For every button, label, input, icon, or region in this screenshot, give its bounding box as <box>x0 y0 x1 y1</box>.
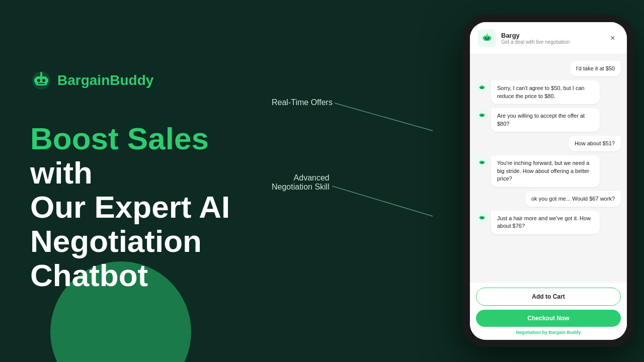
svg-rect-13 <box>483 37 485 40</box>
bot-avatar-7 <box>476 212 488 224</box>
svg-rect-41 <box>484 217 485 218</box>
bargainbuddy-logo-icon <box>30 69 52 92</box>
chat-messages[interactable]: I'd take it at $50 <box>470 55 627 283</box>
negotiation-footer: Negotiation by Bargain Buddy <box>476 330 621 335</box>
svg-rect-8 <box>40 73 42 77</box>
svg-point-16 <box>488 38 489 39</box>
svg-rect-26 <box>481 85 482 86</box>
close-button[interactable]: × <box>607 32 619 44</box>
checkout-now-button[interactable]: Checkout Now <box>476 310 621 327</box>
svg-rect-20 <box>480 86 485 89</box>
svg-point-9 <box>40 72 42 74</box>
svg-rect-34 <box>479 162 480 163</box>
svg-point-5 <box>37 79 40 82</box>
svg-point-15 <box>485 38 487 39</box>
svg-rect-21 <box>479 87 480 88</box>
message-bubble-7: Just a hair more and we've got it. How a… <box>491 211 600 234</box>
bot-subtitle: Get a deal with live negotiation <box>501 39 570 45</box>
svg-line-11 <box>332 186 433 216</box>
message-5: You're inching forward, but we need a bi… <box>476 155 621 187</box>
headline-line5: Chatbot <box>30 258 231 293</box>
svg-point-31 <box>482 115 484 116</box>
svg-rect-17 <box>486 40 489 40</box>
svg-point-42 <box>480 217 481 218</box>
svg-point-24 <box>482 87 484 88</box>
chat-footer: Add to Cart Checkout Now Negotiation by … <box>470 283 627 340</box>
svg-rect-28 <box>479 115 480 116</box>
svg-rect-38 <box>481 163 483 164</box>
message-bubble-3: Are you willing to accept the offer at $… <box>491 108 600 132</box>
svg-rect-29 <box>484 115 485 116</box>
svg-point-30 <box>480 115 481 116</box>
message-bubble-6: ok you got me... Would $67 work? <box>525 191 621 207</box>
message-bubble-5: You're inching forward, but we need a bi… <box>491 155 600 187</box>
phone-mockup: Bargy Get a deal with live negotiation ×… <box>463 15 634 347</box>
logo-text: BargainBuddy <box>57 72 153 88</box>
bot-avatar-3 <box>476 109 488 121</box>
svg-rect-44 <box>481 218 483 219</box>
headline-line1: Boost Sales <box>30 122 231 156</box>
logo-area: BargainBuddy <box>30 69 231 92</box>
svg-rect-32 <box>481 116 483 117</box>
annotation-real-time: Real-Time Offers <box>272 98 333 107</box>
svg-point-43 <box>482 217 484 218</box>
add-to-cart-button[interactable]: Add to Cart <box>476 288 621 306</box>
annotation-negotiation: AdvancedNegotiation Skill <box>272 173 330 192</box>
svg-point-37 <box>482 162 484 163</box>
svg-rect-18 <box>487 34 488 36</box>
svg-rect-3 <box>34 78 36 82</box>
svg-line-10 <box>335 103 433 131</box>
headline-line3: Our Expert AI <box>30 190 231 224</box>
headline-line4: Negotiation <box>30 224 231 258</box>
message-bubble-1: I'd take it at $50 <box>570 61 621 76</box>
message-bubble-2: Sorry, I can't agree to $50, but I can r… <box>491 80 600 104</box>
right-panel: Real-Time Offers AdvancedNegotiation Ski… <box>262 0 644 362</box>
phone-screen: Bargy Get a deal with live negotiation ×… <box>470 22 627 340</box>
message-1: I'd take it at $50 <box>476 61 621 76</box>
message-4: How about $51? <box>476 136 621 151</box>
bot-avatar-5 <box>476 156 488 168</box>
message-6: ok you got me... Would $67 work? <box>476 191 621 207</box>
message-bubble-4: How about $51? <box>569 136 621 151</box>
svg-point-19 <box>487 34 488 35</box>
svg-rect-14 <box>490 37 492 40</box>
svg-rect-7 <box>38 83 45 84</box>
svg-point-23 <box>480 87 481 88</box>
svg-point-36 <box>480 162 481 163</box>
message-3: Are you willing to accept the offer at $… <box>476 108 621 132</box>
svg-rect-22 <box>484 87 485 88</box>
svg-rect-27 <box>480 114 485 117</box>
svg-rect-40 <box>479 217 480 218</box>
svg-point-6 <box>42 79 45 82</box>
bot-avatar-header <box>478 29 496 47</box>
svg-rect-25 <box>481 88 483 89</box>
message-2: Sorry, I can't agree to $50, but I can r… <box>476 80 621 104</box>
svg-rect-2 <box>35 76 47 85</box>
message-7: Just a hair more and we've got it. How a… <box>476 211 621 234</box>
svg-rect-35 <box>484 162 485 163</box>
chat-header: Bargy Get a deal with live negotiation × <box>470 22 627 55</box>
chat-header-left: Bargy Get a deal with live negotiation <box>478 29 570 47</box>
bot-name: Bargy <box>501 32 570 39</box>
chat-header-info: Bargy Get a deal with live negotiation <box>501 32 570 45</box>
left-panel: BargainBuddy Boost Sales with Our Expert… <box>0 44 262 318</box>
headline-block: Boost Sales with Our Expert AI Negotiati… <box>30 122 231 293</box>
svg-rect-4 <box>46 78 48 82</box>
bot-avatar-2 <box>476 81 488 94</box>
headline-line2: with <box>30 156 231 190</box>
